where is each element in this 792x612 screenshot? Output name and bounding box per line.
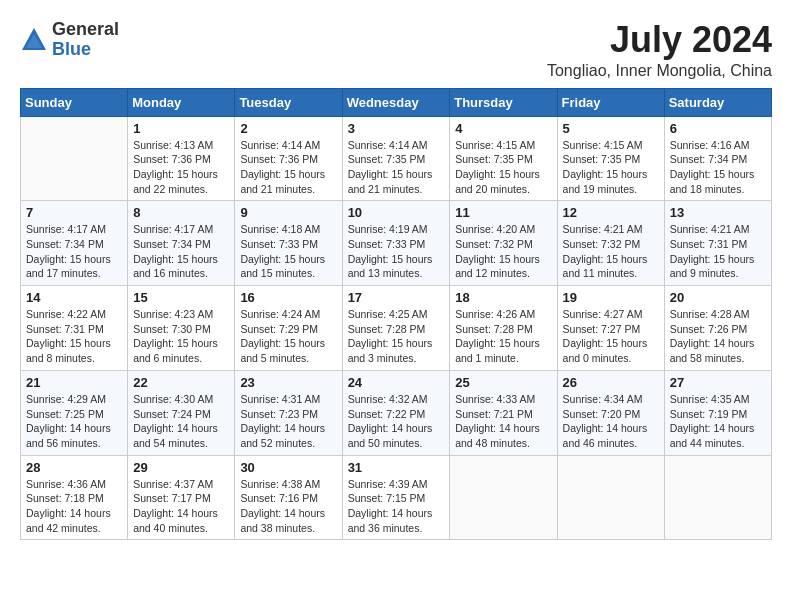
calendar-cell [557, 455, 664, 540]
calendar-cell: 9Sunrise: 4:18 AM Sunset: 7:33 PM Daylig… [235, 201, 342, 286]
logo: General Blue [20, 20, 119, 60]
cell-content: Sunrise: 4:17 AM Sunset: 7:34 PM Dayligh… [26, 222, 122, 281]
calendar-cell: 18Sunrise: 4:26 AM Sunset: 7:28 PM Dayli… [450, 286, 557, 371]
logo-blue: Blue [52, 39, 91, 59]
calendar-cell [450, 455, 557, 540]
cell-content: Sunrise: 4:25 AM Sunset: 7:28 PM Dayligh… [348, 307, 445, 366]
calendar-cell [21, 116, 128, 201]
calendar-cell: 3Sunrise: 4:14 AM Sunset: 7:35 PM Daylig… [342, 116, 450, 201]
day-number: 20 [670, 290, 766, 305]
day-number: 10 [348, 205, 445, 220]
day-number: 12 [563, 205, 659, 220]
calendar-cell: 1Sunrise: 4:13 AM Sunset: 7:36 PM Daylig… [128, 116, 235, 201]
title-block: July 2024 Tongliao, Inner Mongolia, Chin… [547, 20, 772, 80]
day-number: 21 [26, 375, 122, 390]
calendar-cell: 14Sunrise: 4:22 AM Sunset: 7:31 PM Dayli… [21, 286, 128, 371]
calendar-week-row: 1Sunrise: 4:13 AM Sunset: 7:36 PM Daylig… [21, 116, 772, 201]
calendar-cell: 19Sunrise: 4:27 AM Sunset: 7:27 PM Dayli… [557, 286, 664, 371]
cell-content: Sunrise: 4:31 AM Sunset: 7:23 PM Dayligh… [240, 392, 336, 451]
month-year-title: July 2024 [547, 20, 772, 60]
day-number: 31 [348, 460, 445, 475]
calendar-week-row: 28Sunrise: 4:36 AM Sunset: 7:18 PM Dayli… [21, 455, 772, 540]
cell-content: Sunrise: 4:26 AM Sunset: 7:28 PM Dayligh… [455, 307, 551, 366]
calendar-cell: 27Sunrise: 4:35 AM Sunset: 7:19 PM Dayli… [664, 370, 771, 455]
calendar-cell: 4Sunrise: 4:15 AM Sunset: 7:35 PM Daylig… [450, 116, 557, 201]
calendar-cell [664, 455, 771, 540]
day-number: 14 [26, 290, 122, 305]
cell-content: Sunrise: 4:39 AM Sunset: 7:15 PM Dayligh… [348, 477, 445, 536]
day-number: 28 [26, 460, 122, 475]
day-number: 1 [133, 121, 229, 136]
day-number: 16 [240, 290, 336, 305]
cell-content: Sunrise: 4:16 AM Sunset: 7:34 PM Dayligh… [670, 138, 766, 197]
calendar-cell: 23Sunrise: 4:31 AM Sunset: 7:23 PM Dayli… [235, 370, 342, 455]
cell-content: Sunrise: 4:19 AM Sunset: 7:33 PM Dayligh… [348, 222, 445, 281]
day-number: 3 [348, 121, 445, 136]
calendar-cell: 24Sunrise: 4:32 AM Sunset: 7:22 PM Dayli… [342, 370, 450, 455]
location-subtitle: Tongliao, Inner Mongolia, China [547, 62, 772, 80]
cell-content: Sunrise: 4:15 AM Sunset: 7:35 PM Dayligh… [455, 138, 551, 197]
cell-content: Sunrise: 4:24 AM Sunset: 7:29 PM Dayligh… [240, 307, 336, 366]
cell-content: Sunrise: 4:18 AM Sunset: 7:33 PM Dayligh… [240, 222, 336, 281]
logo-general: General [52, 19, 119, 39]
cell-content: Sunrise: 4:36 AM Sunset: 7:18 PM Dayligh… [26, 477, 122, 536]
cell-content: Sunrise: 4:34 AM Sunset: 7:20 PM Dayligh… [563, 392, 659, 451]
calendar-cell: 6Sunrise: 4:16 AM Sunset: 7:34 PM Daylig… [664, 116, 771, 201]
day-number: 11 [455, 205, 551, 220]
cell-content: Sunrise: 4:32 AM Sunset: 7:22 PM Dayligh… [348, 392, 445, 451]
day-number: 22 [133, 375, 229, 390]
cell-content: Sunrise: 4:21 AM Sunset: 7:31 PM Dayligh… [670, 222, 766, 281]
day-number: 26 [563, 375, 659, 390]
column-header-thursday: Thursday [450, 88, 557, 116]
day-number: 6 [670, 121, 766, 136]
cell-content: Sunrise: 4:29 AM Sunset: 7:25 PM Dayligh… [26, 392, 122, 451]
column-header-monday: Monday [128, 88, 235, 116]
day-number: 23 [240, 375, 336, 390]
cell-content: Sunrise: 4:13 AM Sunset: 7:36 PM Dayligh… [133, 138, 229, 197]
calendar-cell: 26Sunrise: 4:34 AM Sunset: 7:20 PM Dayli… [557, 370, 664, 455]
calendar-week-row: 21Sunrise: 4:29 AM Sunset: 7:25 PM Dayli… [21, 370, 772, 455]
cell-content: Sunrise: 4:38 AM Sunset: 7:16 PM Dayligh… [240, 477, 336, 536]
day-number: 25 [455, 375, 551, 390]
calendar-cell: 16Sunrise: 4:24 AM Sunset: 7:29 PM Dayli… [235, 286, 342, 371]
day-number: 13 [670, 205, 766, 220]
calendar-cell: 29Sunrise: 4:37 AM Sunset: 7:17 PM Dayli… [128, 455, 235, 540]
cell-content: Sunrise: 4:20 AM Sunset: 7:32 PM Dayligh… [455, 222, 551, 281]
day-number: 30 [240, 460, 336, 475]
cell-content: Sunrise: 4:33 AM Sunset: 7:21 PM Dayligh… [455, 392, 551, 451]
logo-text: General Blue [52, 20, 119, 60]
calendar-cell: 15Sunrise: 4:23 AM Sunset: 7:30 PM Dayli… [128, 286, 235, 371]
calendar-cell: 13Sunrise: 4:21 AM Sunset: 7:31 PM Dayli… [664, 201, 771, 286]
cell-content: Sunrise: 4:21 AM Sunset: 7:32 PM Dayligh… [563, 222, 659, 281]
cell-content: Sunrise: 4:37 AM Sunset: 7:17 PM Dayligh… [133, 477, 229, 536]
cell-content: Sunrise: 4:23 AM Sunset: 7:30 PM Dayligh… [133, 307, 229, 366]
cell-content: Sunrise: 4:14 AM Sunset: 7:36 PM Dayligh… [240, 138, 336, 197]
cell-content: Sunrise: 4:28 AM Sunset: 7:26 PM Dayligh… [670, 307, 766, 366]
calendar-cell: 11Sunrise: 4:20 AM Sunset: 7:32 PM Dayli… [450, 201, 557, 286]
cell-content: Sunrise: 4:22 AM Sunset: 7:31 PM Dayligh… [26, 307, 122, 366]
cell-content: Sunrise: 4:14 AM Sunset: 7:35 PM Dayligh… [348, 138, 445, 197]
calendar-cell: 12Sunrise: 4:21 AM Sunset: 7:32 PM Dayli… [557, 201, 664, 286]
calendar-cell: 31Sunrise: 4:39 AM Sunset: 7:15 PM Dayli… [342, 455, 450, 540]
column-header-sunday: Sunday [21, 88, 128, 116]
day-number: 18 [455, 290, 551, 305]
day-number: 9 [240, 205, 336, 220]
day-number: 27 [670, 375, 766, 390]
calendar-week-row: 7Sunrise: 4:17 AM Sunset: 7:34 PM Daylig… [21, 201, 772, 286]
calendar-week-row: 14Sunrise: 4:22 AM Sunset: 7:31 PM Dayli… [21, 286, 772, 371]
column-header-saturday: Saturday [664, 88, 771, 116]
calendar-cell: 2Sunrise: 4:14 AM Sunset: 7:36 PM Daylig… [235, 116, 342, 201]
calendar-header-row: SundayMondayTuesdayWednesdayThursdayFrid… [21, 88, 772, 116]
day-number: 17 [348, 290, 445, 305]
day-number: 29 [133, 460, 229, 475]
calendar-cell: 8Sunrise: 4:17 AM Sunset: 7:34 PM Daylig… [128, 201, 235, 286]
day-number: 8 [133, 205, 229, 220]
page-header: General Blue July 2024 Tongliao, Inner M… [20, 20, 772, 80]
day-number: 4 [455, 121, 551, 136]
calendar-cell: 7Sunrise: 4:17 AM Sunset: 7:34 PM Daylig… [21, 201, 128, 286]
calendar-cell: 20Sunrise: 4:28 AM Sunset: 7:26 PM Dayli… [664, 286, 771, 371]
cell-content: Sunrise: 4:30 AM Sunset: 7:24 PM Dayligh… [133, 392, 229, 451]
cell-content: Sunrise: 4:15 AM Sunset: 7:35 PM Dayligh… [563, 138, 659, 197]
day-number: 7 [26, 205, 122, 220]
calendar-cell: 30Sunrise: 4:38 AM Sunset: 7:16 PM Dayli… [235, 455, 342, 540]
